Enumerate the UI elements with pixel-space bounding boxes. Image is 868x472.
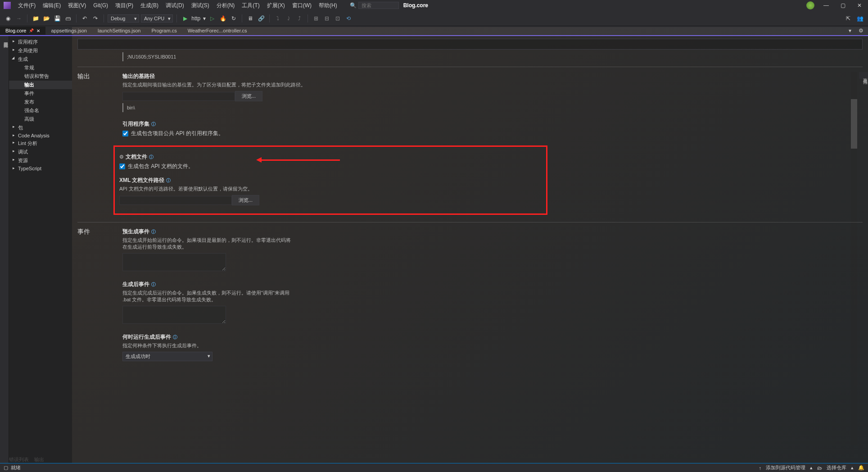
status-ready: 就绪 xyxy=(11,464,21,471)
misc-icon-4[interactable]: ⟲ xyxy=(344,14,353,23)
tab-program[interactable]: Program.cs xyxy=(146,27,182,35)
share-icon[interactable]: ⇱ xyxy=(844,14,853,23)
sidebar-item-lint[interactable]: Lint 分析 xyxy=(9,139,72,148)
misc-icon-3[interactable]: ⊡ xyxy=(333,14,342,23)
tab-label: Blog.core xyxy=(5,28,26,33)
suppress-warnings-value: ;NU1605;SYSLIB0011 xyxy=(122,52,868,61)
redo-icon[interactable]: ↷ xyxy=(91,14,100,23)
tab-settings-icon[interactable]: ⚙ xyxy=(856,26,865,35)
when-dropdown[interactable]: 生成成功时 xyxy=(122,352,212,361)
menu-window[interactable]: 窗口(W) xyxy=(289,1,315,10)
misc-icon-2[interactable]: ⊟ xyxy=(322,14,331,23)
close-tab-icon[interactable]: ✕ xyxy=(36,28,40,33)
menu-extensions[interactable]: 扩展(X) xyxy=(263,1,289,10)
refresh-icon[interactable]: ↻ xyxy=(229,14,238,23)
step-out-icon[interactable]: ⤴ xyxy=(295,14,304,23)
sidebar-item-strongname[interactable]: 强命名 xyxy=(9,106,72,115)
title-search-input[interactable] xyxy=(358,2,399,9)
source-control-button[interactable]: 添加到源代码管理 xyxy=(766,464,805,471)
sidebar-item-publish[interactable]: 发布 xyxy=(9,98,72,106)
info-icon[interactable]: ⓘ xyxy=(173,334,177,340)
launch-profile[interactable]: http xyxy=(191,15,200,22)
sidebar-item-codeanalysis[interactable]: Code Analysis xyxy=(9,132,72,139)
sidebar-item-output[interactable]: 输出 xyxy=(9,81,72,89)
close-icon[interactable]: ✕ xyxy=(854,2,864,9)
sidebar-item-global[interactable]: 全局使用 xyxy=(9,46,72,55)
open-icon[interactable]: 📂 xyxy=(42,14,51,23)
tab-label: launchSettings.json xyxy=(98,28,140,33)
info-icon[interactable]: ⓘ xyxy=(166,177,171,184)
sidebar: 应用程序 全局使用 生成 常规 错误和警告 输出 事件 发布 强命名 高级 包 … xyxy=(9,36,72,463)
property-search-input[interactable] xyxy=(77,39,863,50)
browser-icon[interactable]: 🖥 xyxy=(246,14,255,23)
new-project-icon[interactable]: 📁 xyxy=(31,14,40,23)
sidebar-item-package[interactable]: 包 xyxy=(9,123,72,132)
tab-dropdown-icon[interactable]: ▾ xyxy=(845,26,854,35)
repo-icon[interactable]: 🗁 xyxy=(817,465,822,471)
live-share-icon[interactable]: 👥 xyxy=(855,14,864,23)
sidebar-item-general[interactable]: 常规 xyxy=(9,64,72,72)
notification-icon[interactable]: 🔔 xyxy=(858,465,864,471)
sidebar-item-errors[interactable]: 错误和警告 xyxy=(9,72,72,81)
save-icon[interactable]: 💾 xyxy=(53,14,62,23)
sidebar-item-app[interactable]: 应用程序 xyxy=(9,38,72,46)
minimize-icon[interactable]: — xyxy=(821,2,832,9)
toolbar: ◉ → 📁 📂 💾 🗃 ↶ ↷ Debug Any CPU ▶ http ▾ ▷… xyxy=(0,11,868,26)
pin-icon[interactable]: 📌 xyxy=(29,28,34,33)
menu-view[interactable]: 视图(V) xyxy=(64,1,90,10)
sidebar-item-typescript[interactable]: TypeScript xyxy=(9,165,72,172)
menu-help[interactable]: 帮助(H) xyxy=(315,1,341,10)
repo-select[interactable]: 选择仓库 xyxy=(827,464,846,471)
left-vertical-tabs[interactable]: 服务器资源管理器 工具箱 xyxy=(0,36,9,463)
prebuild-label: 预生成事件 ⓘ xyxy=(122,228,863,236)
misc-icon-1[interactable]: ⊞ xyxy=(312,14,321,23)
save-all-icon[interactable]: 🗃 xyxy=(63,14,72,23)
gear-icon[interactable]: ⚙ xyxy=(119,154,124,160)
nav-fwd-icon[interactable]: → xyxy=(14,14,23,23)
sidebar-item-debug[interactable]: 调试 xyxy=(9,148,72,156)
menu-build[interactable]: 生成(B) xyxy=(137,1,162,10)
info-icon[interactable]: ⓘ xyxy=(151,229,156,235)
sidebar-item-events[interactable]: 事件 xyxy=(9,89,72,98)
tab-appsettings[interactable]: appsettings.json xyxy=(45,27,92,35)
config-dropdown[interactable]: Debug xyxy=(108,14,139,23)
browse-button-xml[interactable]: 浏览... xyxy=(232,195,259,205)
info-icon[interactable]: ⓘ xyxy=(149,154,154,160)
base-path-input[interactable] xyxy=(122,92,235,101)
xml-path-input[interactable] xyxy=(119,196,232,205)
platform-dropdown[interactable]: Any CPU xyxy=(141,14,173,23)
menu-project[interactable]: 项目(P) xyxy=(112,1,137,10)
browse-button[interactable]: 浏览... xyxy=(235,91,262,101)
doc-checkbox[interactable] xyxy=(119,163,125,169)
start-debug-icon[interactable]: ▶ xyxy=(181,14,190,23)
sidebar-item-build[interactable]: 生成 xyxy=(9,55,72,64)
tab-weather[interactable]: WeatherForec...ontroller.cs xyxy=(182,27,253,35)
vs-logo-icon xyxy=(4,2,11,9)
start-nodebug-icon[interactable]: ▷ xyxy=(208,14,217,23)
menu-tools[interactable]: 工具(T) xyxy=(238,1,263,10)
browser-link-icon[interactable]: 🔗 xyxy=(257,14,266,23)
avatar[interactable] xyxy=(806,1,814,9)
info-icon[interactable]: ⓘ xyxy=(151,121,156,127)
info-icon[interactable]: ⓘ xyxy=(151,281,156,288)
menu-debug[interactable]: 调试(D) xyxy=(162,1,188,10)
step-into-icon[interactable]: ⤸ xyxy=(284,14,293,23)
menu-analyze[interactable]: 分析(N) xyxy=(213,1,239,10)
menu-edit[interactable]: 编辑(E) xyxy=(39,1,64,10)
step-over-icon[interactable]: ⤵ xyxy=(273,14,282,23)
sidebar-item-advanced[interactable]: 高级 xyxy=(9,115,72,123)
ref-asm-checkbox[interactable] xyxy=(122,131,128,136)
prebuild-input[interactable] xyxy=(122,253,226,271)
menu-git[interactable]: Git(G) xyxy=(90,1,112,9)
sidebar-item-resources[interactable]: 资源 xyxy=(9,156,72,165)
nav-back-icon[interactable]: ◉ xyxy=(4,14,13,23)
menu-test[interactable]: 测试(S) xyxy=(188,1,213,10)
tab-blog-core[interactable]: Blog.core 📌 ✕ xyxy=(0,27,45,35)
maximize-icon[interactable]: ▢ xyxy=(838,2,848,9)
menu-file[interactable]: 文件(F) xyxy=(14,1,39,10)
undo-icon[interactable]: ↶ xyxy=(80,14,89,23)
hot-reload-icon[interactable]: 🔥 xyxy=(218,14,227,23)
postbuild-input[interactable] xyxy=(122,306,226,324)
source-control-up-icon[interactable]: ↑ xyxy=(759,465,762,471)
tab-launchsettings[interactable]: launchSettings.json xyxy=(92,27,146,35)
